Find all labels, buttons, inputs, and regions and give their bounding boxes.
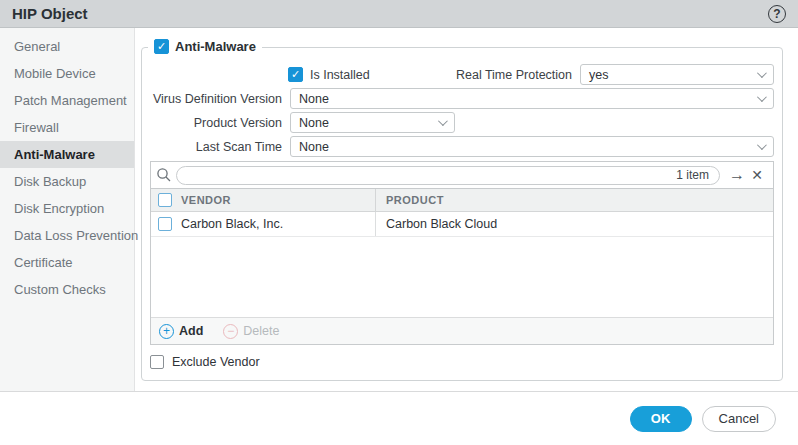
is-installed-label: Is Installed (310, 68, 370, 82)
titlebar: HIP Object ? (0, 0, 798, 28)
vendor-table: 1 item → ✕ VENDOR PRODUCT (150, 161, 774, 345)
anti-malware-legend: ✓ Anti-Malware (148, 39, 262, 54)
last-scan-time-label: Last Scan Time (150, 140, 282, 154)
apply-filter-arrow-icon[interactable]: → (727, 166, 747, 184)
last-scan-time-value: None (299, 140, 329, 154)
page-title: HIP Object (12, 5, 88, 22)
delete-button-label: Delete (243, 324, 279, 338)
sidebar-item-certificate[interactable]: Certificate (0, 249, 134, 276)
virus-definition-version-select[interactable]: None (290, 88, 774, 109)
anti-malware-checkbox[interactable]: ✓ (154, 39, 169, 54)
row-checkbox[interactable] (158, 217, 172, 231)
is-installed-checkbox[interactable]: ✓ (288, 67, 303, 82)
exclude-vendor-checkbox[interactable] (150, 355, 164, 369)
row-product-version: Product Version None (150, 112, 774, 133)
chevron-down-icon (757, 68, 767, 78)
table-row[interactable]: Carbon Black, Inc. Carbon Black Cloud (151, 212, 773, 237)
ok-button[interactable]: OK (630, 406, 692, 432)
product-version-select[interactable]: None (290, 112, 455, 133)
column-header-product[interactable]: PRODUCT (375, 189, 773, 211)
dialog-body: General Mobile Device Patch Management F… (0, 28, 798, 391)
add-button[interactable]: + Add (159, 324, 203, 339)
anti-malware-group-label: Anti-Malware (175, 39, 256, 54)
sidebar-item-anti-malware[interactable]: Anti-Malware (0, 141, 134, 168)
real-time-protection-select[interactable]: yes (580, 64, 774, 85)
cancel-button[interactable]: Cancel (702, 406, 776, 432)
product-version-label: Product Version (150, 116, 282, 130)
main-panel: ✓ Anti-Malware ✓ Is Installed Real Time … (135, 28, 798, 391)
sidebar-item-general[interactable]: General (0, 33, 134, 60)
sidebar-item-disk-backup[interactable]: Disk Backup (0, 168, 134, 195)
add-plus-icon: + (159, 324, 174, 339)
delete-minus-icon: − (223, 324, 238, 339)
row-virus-definition-version: Virus Definition Version None (150, 88, 774, 109)
product-version-value: None (299, 116, 329, 130)
chevron-down-icon (757, 92, 767, 102)
search-icon (154, 167, 174, 183)
real-time-protection-value: yes (589, 68, 608, 82)
last-scan-time-select[interactable]: None (290, 136, 774, 157)
table-empty-area (151, 237, 773, 317)
item-count-badge: 1 item (676, 168, 709, 182)
virus-definition-version-value: None (299, 92, 329, 106)
real-time-protection-label: Real Time Protection (456, 68, 572, 82)
delete-button[interactable]: − Delete (223, 324, 279, 339)
virus-definition-version-label: Virus Definition Version (150, 92, 282, 106)
sidebar-item-data-loss-prevention[interactable]: Data Loss Prevention (0, 222, 134, 249)
anti-malware-group: ✓ Anti-Malware ✓ Is Installed Real Time … (141, 47, 783, 381)
exclude-vendor-label: Exclude Vendor (172, 355, 260, 369)
chevron-down-icon (438, 116, 448, 126)
table-toolbar: + Add − Delete (151, 317, 773, 344)
select-all-checkbox[interactable] (158, 193, 172, 207)
hip-object-dialog: HIP Object ? General Mobile Device Patch… (0, 0, 798, 445)
row-product-cell: Carbon Black Cloud (375, 212, 773, 236)
exclude-vendor-row: Exclude Vendor (150, 355, 774, 369)
row-is-installed: ✓ Is Installed Real Time Protection yes (288, 64, 774, 85)
sidebar: General Mobile Device Patch Management F… (0, 28, 135, 391)
dialog-footer: OK Cancel (0, 391, 798, 445)
column-header-vendor[interactable]: VENDOR (179, 194, 375, 206)
sidebar-item-firewall[interactable]: Firewall (0, 114, 134, 141)
help-icon[interactable]: ? (768, 5, 786, 23)
search-input[interactable] (187, 168, 676, 182)
search-pill: 1 item (176, 166, 720, 185)
sidebar-item-mobile-device[interactable]: Mobile Device (0, 60, 134, 87)
sidebar-item-disk-encryption[interactable]: Disk Encryption (0, 195, 134, 222)
sidebar-item-patch-management[interactable]: Patch Management (0, 87, 134, 114)
chevron-down-icon (757, 140, 767, 150)
sidebar-item-custom-checks[interactable]: Custom Checks (0, 276, 134, 303)
add-button-label: Add (179, 324, 203, 338)
clear-filter-close-icon[interactable]: ✕ (747, 167, 767, 183)
table-search-row: 1 item → ✕ (151, 162, 773, 189)
row-vendor-cell: Carbon Black, Inc. (179, 217, 375, 231)
table-header-row: VENDOR PRODUCT (151, 189, 773, 212)
row-last-scan-time: Last Scan Time None (150, 136, 774, 157)
